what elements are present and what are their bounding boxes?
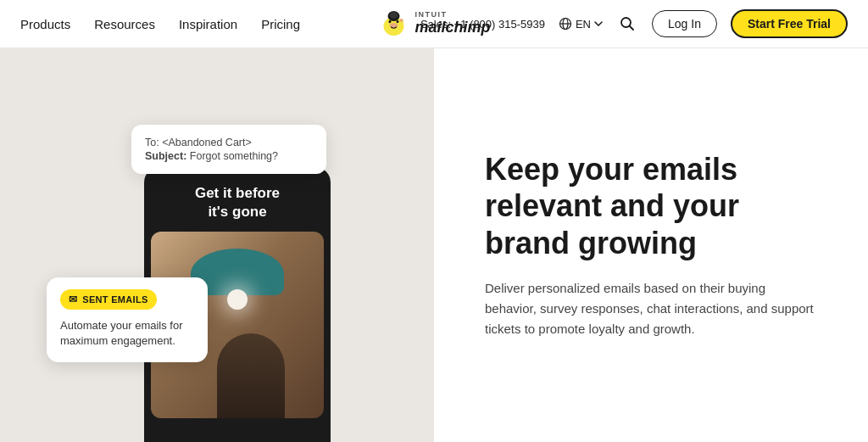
svg-point-4 <box>396 20 398 24</box>
svg-point-9 <box>389 12 398 19</box>
nav-center-logo: INTUIT mailchimp <box>377 8 490 40</box>
chevron-down-icon <box>594 21 603 26</box>
main-content: To: <Abandoned Cart> Subject: Forgot som… <box>0 48 868 442</box>
navbar: Products Resources Inspiration Pricing I… <box>0 0 868 48</box>
email-subject-line: Subject: Forgot something? <box>145 150 313 162</box>
logo[interactable]: INTUIT mailchimp <box>377 8 490 40</box>
lamp-bulb <box>227 289 248 310</box>
logo-text: INTUIT mailchimp <box>415 11 490 36</box>
nav-products[interactable]: Products <box>20 17 70 31</box>
start-trial-button[interactable]: Start Free Trial <box>731 9 848 38</box>
nav-resources[interactable]: Resources <box>94 17 155 31</box>
phone-card-header: Get it before it's gone <box>144 167 331 232</box>
svg-point-7 <box>399 19 403 22</box>
search-button[interactable] <box>616 13 638 35</box>
email-to-line: To: <Abandoned Cart> <box>145 137 313 148</box>
right-heading: Keep your emails relevant and your brand… <box>485 151 817 261</box>
nav-language-selector[interactable]: EN <box>559 17 603 31</box>
nav-left: Products Resources Inspiration Pricing <box>20 17 300 31</box>
right-panel: Keep your emails relevant and your brand… <box>434 48 868 442</box>
nav-pricing[interactable]: Pricing <box>261 17 300 31</box>
sent-emails-badge-label: SENT EMAILS <box>82 294 147 305</box>
sent-emails-badge: ✉ SENT EMAILS <box>60 289 157 310</box>
sent-emails-card: ✉ SENT EMAILS Automate your emails for m… <box>47 277 208 362</box>
language-label: EN <box>576 18 591 31</box>
email-preview-card: To: <Abandoned Cart> Subject: Forgot som… <box>131 125 326 174</box>
mailchimp-logo-icon <box>377 8 409 40</box>
subject-value: Forgot something? <box>190 150 278 162</box>
logo-mailchimp-text: mailchimp <box>415 20 490 36</box>
nav-inspiration[interactable]: Inspiration <box>179 17 237 31</box>
svg-point-3 <box>388 20 391 24</box>
envelope-icon: ✉ <box>69 294 77 305</box>
subject-label: Subject: <box>145 150 186 162</box>
phone-card-text-line2: it's gone <box>158 203 317 221</box>
sent-emails-description: Automate your emails for maximum engagem… <box>60 318 194 349</box>
search-icon <box>620 16 635 31</box>
right-content: Keep your emails relevant and your brand… <box>485 151 817 339</box>
login-button[interactable]: Log In <box>652 10 717 37</box>
left-panel: To: <Abandoned Cart> Subject: Forgot som… <box>0 48 434 442</box>
globe-icon <box>559 17 572 31</box>
lamp-hand <box>217 333 285 418</box>
svg-line-14 <box>630 26 634 31</box>
phone-card-text-line1: Get it before <box>158 184 317 203</box>
right-description: Deliver personalized emails based on the… <box>485 278 817 339</box>
